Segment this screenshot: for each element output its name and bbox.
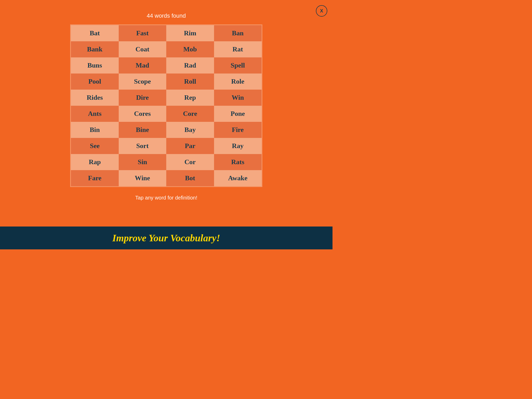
word-cell-spell[interactable]: Spell: [214, 57, 262, 74]
bottom-banner: Improve Your Vocabulary!: [0, 227, 332, 249]
word-cell-ray[interactable]: Ray: [214, 138, 262, 154]
word-cell-bay[interactable]: Bay: [166, 122, 214, 138]
word-cell-buns[interactable]: Buns: [71, 57, 119, 74]
word-cell-bot[interactable]: Bot: [166, 170, 214, 186]
word-cell-par[interactable]: Par: [166, 138, 214, 154]
word-cell-dire[interactable]: Dire: [119, 90, 167, 106]
word-cell-pool[interactable]: Pool: [71, 74, 119, 90]
close-icon: X: [320, 8, 323, 14]
word-cell-rep[interactable]: Rep: [166, 90, 214, 106]
word-cell-ants[interactable]: Ants: [71, 106, 119, 122]
word-cell-bank[interactable]: Bank: [71, 41, 119, 57]
word-cell-core[interactable]: Core: [166, 106, 214, 122]
word-cell-win[interactable]: Win: [214, 90, 262, 106]
word-cell-pone[interactable]: Pone: [214, 106, 262, 122]
word-cell-role[interactable]: Role: [214, 74, 262, 90]
word-cell-bat[interactable]: Bat: [71, 25, 119, 41]
word-cell-sin[interactable]: Sin: [119, 154, 167, 170]
word-cell-fare[interactable]: Fare: [71, 170, 119, 186]
word-cell-cor[interactable]: Cor: [166, 154, 214, 170]
word-cell-coat[interactable]: Coat: [119, 41, 167, 57]
word-cell-wine[interactable]: Wine: [119, 170, 167, 186]
word-cell-cores[interactable]: Cores: [119, 106, 167, 122]
word-cell-rides[interactable]: Rides: [71, 90, 119, 106]
word-grid: BatFastRimBanBankCoatMobRatBunsMadRadSpe…: [70, 24, 262, 187]
word-cell-mad[interactable]: Mad: [119, 57, 167, 74]
tap-hint-label: Tap any word for definition!: [0, 187, 332, 201]
word-cell-rats[interactable]: Rats: [214, 154, 262, 170]
word-cell-scope[interactable]: Scope: [119, 74, 167, 90]
word-cell-rap[interactable]: Rap: [71, 154, 119, 170]
word-cell-rat[interactable]: Rat: [214, 41, 262, 57]
close-button[interactable]: X: [316, 5, 327, 17]
word-cell-sort[interactable]: Sort: [119, 138, 167, 154]
word-cell-rad[interactable]: Rad: [166, 57, 214, 74]
word-cell-rim[interactable]: Rim: [166, 25, 214, 41]
word-cell-awake[interactable]: Awake: [214, 170, 262, 186]
word-cell-fire[interactable]: Fire: [214, 122, 262, 138]
bottom-banner-text: Improve Your Vocabulary!: [6, 232, 327, 244]
word-cell-bin[interactable]: Bin: [71, 122, 119, 138]
word-cell-see[interactable]: See: [71, 138, 119, 154]
word-cell-mob[interactable]: Mob: [166, 41, 214, 57]
word-cell-roll[interactable]: Roll: [166, 74, 214, 90]
words-found-label: 44 words found: [0, 0, 332, 24]
word-cell-ban[interactable]: Ban: [214, 25, 262, 41]
word-cell-fast[interactable]: Fast: [119, 25, 167, 41]
word-cell-bine[interactable]: Bine: [119, 122, 167, 138]
